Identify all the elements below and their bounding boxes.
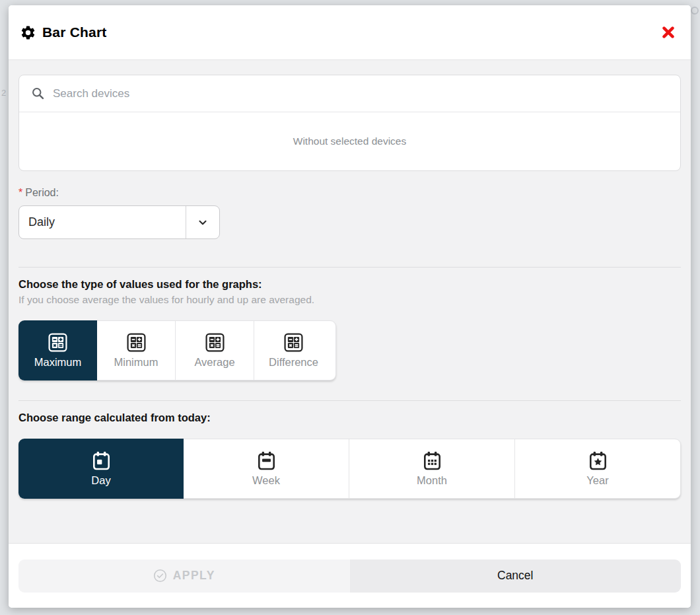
calculator-icon [205,332,225,353]
range-year-button[interactable]: Year [515,439,680,498]
period-label: *Period: [18,187,681,199]
chevron-down-icon [197,217,209,229]
period-select-arrow[interactable] [186,206,219,238]
calculator-icon [126,332,147,353]
divider [18,400,681,401]
search-icon [31,87,45,100]
range-week-button[interactable]: Week [184,439,349,498]
search-devices-input[interactable] [53,87,668,100]
close-x-icon [661,25,676,40]
range-heading: Choose range calculated from today: [18,412,681,424]
tile-label: Year [586,474,608,487]
tile-label: Week [252,474,280,487]
value-type-difference-button[interactable]: Difference [254,321,333,380]
divider [18,267,681,268]
period-select[interactable]: Daily [18,205,220,239]
value-type-subtitle: If you choose average the values for hou… [18,294,681,306]
calendar-month-icon [422,451,442,471]
apply-button-label: APPLY [173,569,215,583]
tile-label: Difference [269,356,318,369]
check-circle-icon [153,569,167,583]
value-type-average-button[interactable]: Average [176,321,254,380]
gear-icon [20,24,36,41]
calculator-icon [48,332,68,353]
dialog-body: Without selected devices *Period: Daily … [9,60,691,544]
footer-buttons: APPLY Cancel [18,560,681,593]
value-type-minimum-button[interactable]: Minimum [97,321,176,380]
required-asterisk: * [18,187,22,198]
period-label-text: Period: [25,187,59,198]
tile-label: Average [194,356,234,369]
calendar-week-icon [256,451,277,471]
cancel-button-label: Cancel [497,569,533,583]
tile-label: Minimum [114,356,158,369]
range-day-button[interactable]: Day [18,439,184,499]
calendar-year-icon [588,451,608,471]
apply-button[interactable]: APPLY [18,560,350,593]
bar-chart-dialog: Bar Chart Without selected devices *Peri… [9,5,691,608]
dialog-footer: APPLY Cancel [9,544,691,608]
value-type-maximum-button[interactable]: Maximum [18,320,97,380]
close-button[interactable] [657,21,680,44]
value-type-heading: Choose the type of values used for the g… [18,278,681,291]
backdrop-text-fragment: 2 [1,88,6,98]
value-type-group: Maximum Minimum [18,320,336,380]
device-search-row [19,75,680,112]
range-month-button[interactable]: Month [349,439,515,498]
period-selected-value: Daily [19,206,186,238]
backdrop-partial-icon [691,7,699,15]
range-group: Day Week [18,439,681,499]
calendar-day-icon [91,451,112,471]
tile-label: Month [417,474,447,487]
dialog-title: Bar Chart [42,24,107,40]
tile-label: Day [91,474,110,487]
empty-devices-message: Without selected devices [19,112,680,170]
tile-label: Maximum [34,356,82,369]
device-picker: Without selected devices [18,75,681,171]
dialog-header: Bar Chart [9,5,691,60]
calculator-icon [283,332,304,353]
cancel-button[interactable]: Cancel [350,560,682,593]
